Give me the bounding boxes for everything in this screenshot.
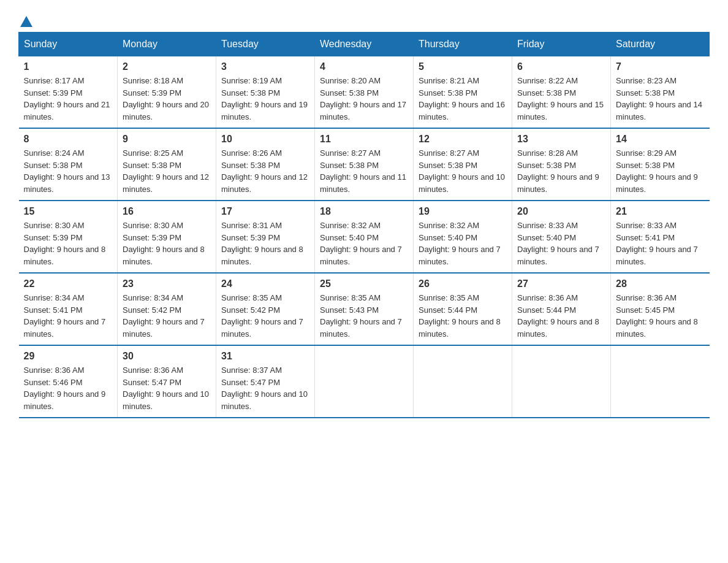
day-info: Sunrise: 8:30 AM Sunset: 5:39 PM Dayligh… (24, 220, 113, 267)
day-number: 22 (24, 278, 113, 289)
calendar-day-cell: 5 Sunrise: 8:21 AM Sunset: 5:38 PM Dayli… (414, 56, 512, 129)
day-info: Sunrise: 8:28 AM Sunset: 5:38 PM Dayligh… (517, 147, 605, 195)
calendar-day-cell: 25 Sunrise: 8:35 AM Sunset: 5:43 PM Dayl… (315, 273, 414, 345)
calendar-day-cell: 4 Sunrise: 8:20 AM Sunset: 5:38 PM Dayli… (315, 56, 414, 129)
day-number: 8 (24, 134, 113, 145)
calendar-day-cell: 15 Sunrise: 8:30 AM Sunset: 5:39 PM Dayl… (19, 201, 118, 273)
day-info: Sunrise: 8:36 AM Sunset: 5:46 PM Dayligh… (24, 364, 113, 412)
day-info: Sunrise: 8:26 AM Sunset: 5:38 PM Dayligh… (221, 147, 309, 195)
day-info: Sunrise: 8:19 AM Sunset: 5:38 PM Dayligh… (221, 75, 309, 123)
day-number: 24 (221, 278, 309, 289)
day-info: Sunrise: 8:21 AM Sunset: 5:38 PM Dayligh… (419, 75, 507, 123)
day-number: 18 (320, 206, 408, 217)
day-info: Sunrise: 8:35 AM Sunset: 5:43 PM Dayligh… (320, 292, 408, 340)
day-info: Sunrise: 8:25 AM Sunset: 5:38 PM Dayligh… (123, 147, 211, 195)
day-info: Sunrise: 8:32 AM Sunset: 5:40 PM Dayligh… (320, 220, 408, 267)
day-info: Sunrise: 8:32 AM Sunset: 5:40 PM Dayligh… (419, 220, 507, 267)
day-number: 3 (221, 61, 309, 72)
day-number: 2 (123, 61, 211, 72)
logo-general-text (18, 18, 32, 27)
calendar-day-cell: 14 Sunrise: 8:29 AM Sunset: 5:38 PM Dayl… (611, 128, 710, 201)
calendar-day-cell: 23 Sunrise: 8:34 AM Sunset: 5:42 PM Dayl… (118, 273, 216, 345)
day-info: Sunrise: 8:34 AM Sunset: 5:42 PM Dayligh… (123, 292, 211, 340)
day-info: Sunrise: 8:22 AM Sunset: 5:38 PM Dayligh… (517, 75, 605, 123)
day-info: Sunrise: 8:17 AM Sunset: 5:39 PM Dayligh… (24, 75, 113, 123)
calendar-day-cell: 3 Sunrise: 8:19 AM Sunset: 5:38 PM Dayli… (216, 56, 315, 129)
day-header-thursday: Thursday (414, 33, 512, 56)
day-number: 11 (320, 134, 408, 145)
calendar-week-row: 22 Sunrise: 8:34 AM Sunset: 5:41 PM Dayl… (19, 273, 710, 345)
calendar-day-cell: 2 Sunrise: 8:18 AM Sunset: 5:39 PM Dayli… (118, 56, 216, 129)
day-info: Sunrise: 8:30 AM Sunset: 5:39 PM Dayligh… (123, 220, 211, 267)
day-number: 31 (221, 351, 309, 362)
calendar-week-row: 1 Sunrise: 8:17 AM Sunset: 5:39 PM Dayli… (19, 56, 710, 129)
calendar-day-cell: 9 Sunrise: 8:25 AM Sunset: 5:38 PM Dayli… (118, 128, 216, 201)
calendar-week-row: 15 Sunrise: 8:30 AM Sunset: 5:39 PM Dayl… (19, 201, 710, 273)
day-number: 1 (24, 61, 113, 72)
day-number: 15 (24, 206, 113, 217)
calendar-day-cell: 24 Sunrise: 8:35 AM Sunset: 5:42 PM Dayl… (216, 273, 315, 345)
day-info: Sunrise: 8:34 AM Sunset: 5:41 PM Dayligh… (24, 292, 113, 340)
day-number: 4 (320, 61, 408, 72)
day-number: 27 (517, 278, 605, 289)
calendar-day-cell: 20 Sunrise: 8:33 AM Sunset: 5:40 PM Dayl… (512, 201, 611, 273)
page-header (18, 12, 710, 27)
day-number: 5 (419, 61, 507, 72)
calendar-table: SundayMondayTuesdayWednesdayThursdayFrid… (18, 32, 710, 418)
day-header-monday: Monday (118, 33, 216, 56)
calendar-day-cell: 7 Sunrise: 8:23 AM Sunset: 5:38 PM Dayli… (611, 56, 710, 129)
day-header-tuesday: Tuesday (216, 33, 315, 56)
calendar-day-cell: 27 Sunrise: 8:36 AM Sunset: 5:44 PM Dayl… (512, 273, 611, 345)
calendar-day-cell: 13 Sunrise: 8:28 AM Sunset: 5:38 PM Dayl… (512, 128, 611, 201)
calendar-day-cell: 12 Sunrise: 8:27 AM Sunset: 5:38 PM Dayl… (414, 128, 512, 201)
calendar-day-cell: 18 Sunrise: 8:32 AM Sunset: 5:40 PM Dayl… (315, 201, 414, 273)
day-info: Sunrise: 8:33 AM Sunset: 5:41 PM Dayligh… (616, 220, 705, 267)
day-number: 20 (517, 206, 605, 217)
day-number: 6 (517, 61, 605, 72)
day-header-sunday: Sunday (19, 33, 118, 56)
logo (18, 18, 32, 27)
calendar-day-cell: 6 Sunrise: 8:22 AM Sunset: 5:38 PM Dayli… (512, 56, 611, 129)
day-number: 17 (221, 206, 309, 217)
day-number: 12 (419, 134, 507, 145)
day-info: Sunrise: 8:24 AM Sunset: 5:38 PM Dayligh… (24, 147, 113, 195)
day-number: 14 (616, 134, 705, 145)
calendar-day-cell: 11 Sunrise: 8:27 AM Sunset: 5:38 PM Dayl… (315, 128, 414, 201)
day-info: Sunrise: 8:36 AM Sunset: 5:44 PM Dayligh… (517, 292, 605, 340)
calendar-week-row: 29 Sunrise: 8:36 AM Sunset: 5:46 PM Dayl… (19, 345, 710, 418)
calendar-day-cell: 1 Sunrise: 8:17 AM Sunset: 5:39 PM Dayli… (19, 56, 118, 129)
day-info: Sunrise: 8:27 AM Sunset: 5:38 PM Dayligh… (320, 147, 408, 195)
calendar-day-cell: 21 Sunrise: 8:33 AM Sunset: 5:41 PM Dayl… (611, 201, 710, 273)
day-number: 9 (123, 134, 211, 145)
day-info: Sunrise: 8:33 AM Sunset: 5:40 PM Dayligh… (517, 220, 605, 267)
day-info: Sunrise: 8:27 AM Sunset: 5:38 PM Dayligh… (419, 147, 507, 195)
day-info: Sunrise: 8:18 AM Sunset: 5:39 PM Dayligh… (123, 75, 211, 123)
day-number: 23 (123, 278, 211, 289)
day-header-friday: Friday (512, 33, 611, 56)
day-info: Sunrise: 8:35 AM Sunset: 5:42 PM Dayligh… (221, 292, 309, 340)
day-number: 28 (616, 278, 705, 289)
day-info: Sunrise: 8:29 AM Sunset: 5:38 PM Dayligh… (616, 147, 705, 195)
calendar-day-cell: 19 Sunrise: 8:32 AM Sunset: 5:40 PM Dayl… (414, 201, 512, 273)
day-info: Sunrise: 8:31 AM Sunset: 5:39 PM Dayligh… (221, 220, 309, 267)
calendar-day-cell (512, 345, 611, 418)
days-of-week-row: SundayMondayTuesdayWednesdayThursdayFrid… (19, 33, 710, 56)
calendar-body: 1 Sunrise: 8:17 AM Sunset: 5:39 PM Dayli… (19, 56, 710, 418)
day-info: Sunrise: 8:23 AM Sunset: 5:38 PM Dayligh… (616, 75, 705, 123)
calendar-day-cell: 28 Sunrise: 8:36 AM Sunset: 5:45 PM Dayl… (611, 273, 710, 345)
calendar-day-cell (611, 345, 710, 418)
calendar-day-cell: 16 Sunrise: 8:30 AM Sunset: 5:39 PM Dayl… (118, 201, 216, 273)
calendar-day-cell: 26 Sunrise: 8:35 AM Sunset: 5:44 PM Dayl… (414, 273, 512, 345)
day-header-saturday: Saturday (611, 33, 710, 56)
calendar-day-cell: 22 Sunrise: 8:34 AM Sunset: 5:41 PM Dayl… (19, 273, 118, 345)
logo-triangle-icon (20, 16, 32, 27)
day-number: 25 (320, 278, 408, 289)
day-number: 21 (616, 206, 705, 217)
calendar-day-cell: 31 Sunrise: 8:37 AM Sunset: 5:47 PM Dayl… (216, 345, 315, 418)
day-info: Sunrise: 8:20 AM Sunset: 5:38 PM Dayligh… (320, 75, 408, 123)
calendar-day-cell (414, 345, 512, 418)
day-header-wednesday: Wednesday (315, 33, 414, 56)
calendar-header: SundayMondayTuesdayWednesdayThursdayFrid… (19, 33, 710, 56)
day-number: 26 (419, 278, 507, 289)
day-number: 29 (24, 351, 113, 362)
